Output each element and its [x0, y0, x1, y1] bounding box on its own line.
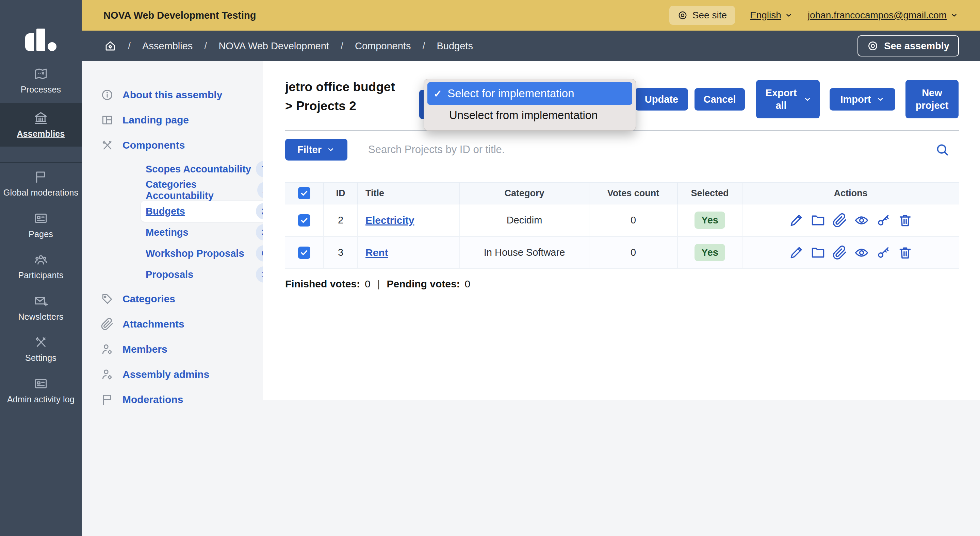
- component-label: Meetings: [146, 227, 189, 238]
- sidebar-item-global-moderations[interactable]: Global moderations: [0, 163, 82, 205]
- sidebar-item-components[interactable]: Components: [101, 133, 263, 158]
- assembly-sidebar: About this assembly Landing page Compone…: [82, 61, 263, 400]
- pending-votes-value: 0: [465, 278, 471, 290]
- main-sidebar: Processes Assemblies Global moderations …: [0, 0, 82, 536]
- dropdown-option-select-for-implementation[interactable]: ✓ Select for implementation: [427, 82, 632, 105]
- sidebar-item-label: Settings: [25, 354, 56, 363]
- cell-category: In House Software: [460, 237, 589, 268]
- project-title-link[interactable]: Rent: [366, 247, 388, 258]
- permissions-key-icon[interactable]: [876, 213, 891, 228]
- folder-icon[interactable]: [811, 245, 826, 260]
- sidebar-item-pages[interactable]: Pages: [0, 205, 82, 246]
- breadcrumb-components[interactable]: Components: [355, 40, 411, 52]
- top-bar: NOVA Web Development Testing See site En…: [82, 0, 980, 31]
- decidim-logo[interactable]: [0, 0, 82, 51]
- sidebar-item-attachments[interactable]: Attachments: [101, 312, 263, 337]
- chevron-down-icon: [950, 11, 958, 19]
- select-all-checkbox[interactable]: [298, 187, 310, 199]
- component-item-categories-accountability[interactable]: Categories Accountability 2: [141, 179, 276, 201]
- component-item-budgets[interactable]: Budgets 2: [141, 201, 276, 222]
- sidebar-item-label: Assembly admins: [123, 369, 209, 380]
- mail-plus-icon: [34, 294, 48, 308]
- new-project-label: New project: [915, 87, 949, 111]
- sidebar-item-categories[interactable]: Categories: [101, 286, 263, 312]
- sidebar-item-label: Categories: [123, 293, 175, 305]
- logo-bar: [25, 33, 34, 51]
- sidebar-item-label: Members: [123, 344, 167, 355]
- attachments-paperclip-icon[interactable]: [832, 245, 847, 260]
- row-checkbox-cell: [285, 237, 324, 268]
- export-all-button[interactable]: Export all: [756, 80, 820, 118]
- breadcrumb-assemblies[interactable]: Assemblies: [142, 40, 192, 52]
- sidebar-item-processes[interactable]: Processes: [0, 59, 82, 103]
- tag-icon: [101, 292, 114, 305]
- cell-id: 3: [324, 237, 358, 268]
- component-item-workshop-proposals[interactable]: Workshop Proposals 0: [141, 243, 276, 264]
- sidebar-item-members[interactable]: Members: [101, 337, 263, 362]
- breadcrumb-separator: /: [128, 40, 130, 52]
- project-title-link[interactable]: Electricity: [366, 215, 414, 226]
- sidebar-item-participants[interactable]: Participants: [0, 246, 82, 287]
- logo-dot: [48, 42, 56, 51]
- landing-grid-icon: [101, 114, 114, 127]
- search-icon[interactable]: [935, 142, 950, 157]
- sidebar-item-label: About this assembly: [123, 89, 222, 101]
- component-item-proposals[interactable]: Proposals 1: [141, 264, 276, 285]
- dropdown-option-unselect-from-implementation[interactable]: Unselect from implementation: [427, 105, 632, 126]
- cancel-button[interactable]: Cancel: [695, 88, 745, 111]
- delete-trash-icon[interactable]: [898, 245, 913, 260]
- delete-trash-icon[interactable]: [898, 213, 913, 228]
- breadcrumb-bar: / Assemblies / NOVA Web Development / Co…: [82, 31, 980, 61]
- main-content: jetro office budget > Projects 2 ✓ Selec…: [263, 61, 980, 400]
- check-icon: [300, 248, 309, 257]
- user-menu[interactable]: johan.francocampos@gmail.com: [808, 10, 958, 21]
- update-button[interactable]: Update: [635, 88, 688, 111]
- search-input[interactable]: [368, 140, 913, 160]
- folder-icon[interactable]: [811, 213, 826, 228]
- language-selector[interactable]: English: [750, 10, 793, 21]
- breadcrumb-assembly-name[interactable]: NOVA Web Development: [218, 40, 329, 52]
- preview-eye-icon[interactable]: [854, 245, 869, 260]
- header-title: Title: [358, 182, 460, 204]
- attachments-paperclip-icon[interactable]: [832, 213, 847, 228]
- home-icon[interactable]: [104, 40, 116, 52]
- export-all-label: Export all: [764, 87, 798, 111]
- sidebar-item-admin-activity-log[interactable]: Admin activity log: [0, 370, 82, 411]
- sidebar-item-settings[interactable]: Settings: [0, 328, 82, 370]
- component-label: Scopes Accountability: [146, 163, 251, 175]
- header-votes-count: Votes count: [589, 182, 678, 204]
- see-site-label: See site: [692, 10, 727, 21]
- sidebar-item-moderations[interactable]: Moderations: [101, 387, 263, 412]
- see-site-button[interactable]: See site: [669, 6, 735, 25]
- breadcrumb-separator: /: [204, 40, 207, 52]
- finished-votes-value: 0: [365, 278, 371, 290]
- sidebar-item-newsletters[interactable]: Newsletters: [0, 287, 82, 328]
- edit-pencil-icon[interactable]: [789, 213, 804, 228]
- pending-votes-label: Pending votes:: [387, 278, 460, 290]
- sidebar-item-assemblies[interactable]: Assemblies: [0, 103, 82, 147]
- summary-divider: |: [375, 278, 382, 290]
- preview-eye-icon[interactable]: [854, 213, 869, 228]
- flag-icon: [101, 393, 114, 406]
- row-checkbox[interactable]: [298, 214, 310, 227]
- sidebar-item-assembly-admins[interactable]: Assembly admins: [101, 362, 263, 387]
- component-item-scopes-accountability[interactable]: Scopes Accountability 7: [141, 159, 276, 179]
- check-icon: [300, 189, 309, 198]
- component-item-meetings[interactable]: Meetings 2: [141, 222, 276, 243]
- page-title: jetro office budget > Projects 2: [285, 78, 395, 115]
- breadcrumb-budgets[interactable]: Budgets: [437, 40, 473, 52]
- page-title-line1: jetro office budget: [285, 78, 395, 97]
- paperclip-icon: [101, 318, 114, 331]
- permissions-key-icon[interactable]: [876, 245, 891, 260]
- new-project-button[interactable]: New project: [905, 80, 959, 118]
- import-button[interactable]: Import: [830, 88, 895, 111]
- user-email: johan.francocampos@gmail.com: [808, 10, 947, 21]
- sidebar-item-about-assembly[interactable]: About this assembly: [101, 82, 263, 108]
- see-assembly-button[interactable]: See assembly: [858, 35, 959, 57]
- filter-button[interactable]: Filter: [285, 139, 347, 160]
- sidebar-item-label: Admin activity log: [7, 395, 75, 404]
- row-checkbox[interactable]: [298, 247, 310, 259]
- cell-category: Decidim: [460, 205, 589, 236]
- edit-pencil-icon[interactable]: [789, 245, 804, 260]
- sidebar-item-landing-page[interactable]: Landing page: [101, 108, 263, 133]
